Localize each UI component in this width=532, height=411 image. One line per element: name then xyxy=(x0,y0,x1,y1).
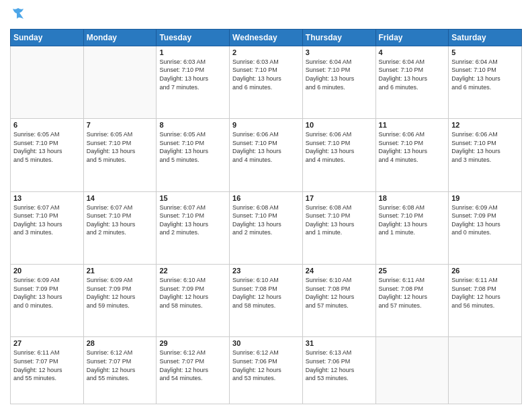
day-number: 18 xyxy=(379,194,446,202)
day-info: Sunrise: 6:11 AMSunset: 7:07 PMDaylight:… xyxy=(13,349,81,382)
day-info: Sunrise: 6:09 AMSunset: 7:09 PMDaylight:… xyxy=(451,203,519,237)
day-info: Sunrise: 6:11 AMSunset: 7:08 PMDaylight:… xyxy=(451,276,519,310)
calendar-cell xyxy=(11,46,84,118)
calendar-cell: 20Sunrise: 6:09 AMSunset: 7:09 PMDayligh… xyxy=(11,265,84,337)
calendar-cell: 4Sunrise: 6:04 AMSunset: 7:10 PMDaylight… xyxy=(375,46,449,118)
calendar-cell: 28Sunrise: 6:12 AMSunset: 7:07 PMDayligh… xyxy=(83,337,157,404)
calendar-cell: 31Sunrise: 6:13 AMSunset: 7:06 PMDayligh… xyxy=(302,337,375,404)
calendar-cell: 18Sunrise: 6:08 AMSunset: 7:10 PMDayligh… xyxy=(375,191,449,264)
day-info: Sunrise: 6:03 AMSunset: 7:10 PMDaylight:… xyxy=(232,58,300,91)
day-number: 14 xyxy=(87,194,154,202)
day-header-tuesday: Tuesday xyxy=(157,29,230,46)
day-number: 2 xyxy=(232,48,300,56)
day-number: 15 xyxy=(159,194,226,202)
calendar-cell: 13Sunrise: 6:07 AMSunset: 7:10 PMDayligh… xyxy=(11,191,84,264)
day-info: Sunrise: 6:04 AMSunset: 7:10 PMDaylight:… xyxy=(451,58,519,91)
calendar-cell: 27Sunrise: 6:11 AMSunset: 7:07 PMDayligh… xyxy=(11,337,84,404)
day-info: Sunrise: 6:08 AMSunset: 7:10 PMDaylight:… xyxy=(306,203,373,237)
day-number: 22 xyxy=(159,267,226,275)
calendar-cell: 11Sunrise: 6:06 AMSunset: 7:10 PMDayligh… xyxy=(375,119,449,191)
day-number: 19 xyxy=(451,194,519,202)
day-header-monday: Monday xyxy=(83,29,157,46)
day-number: 25 xyxy=(379,267,446,275)
calendar-cell: 19Sunrise: 6:09 AMSunset: 7:09 PMDayligh… xyxy=(449,191,522,264)
logo xyxy=(10,7,25,24)
day-info: Sunrise: 6:10 AMSunset: 7:08 PMDaylight:… xyxy=(232,276,300,310)
day-info: Sunrise: 6:05 AMSunset: 7:10 PMDaylight:… xyxy=(159,130,226,164)
day-number: 29 xyxy=(159,339,226,347)
day-number: 21 xyxy=(87,267,154,275)
day-header-sunday: Sunday xyxy=(11,29,84,46)
day-info: Sunrise: 6:06 AMSunset: 7:10 PMDaylight:… xyxy=(451,130,519,164)
calendar-cell: 2Sunrise: 6:03 AMSunset: 7:10 PMDaylight… xyxy=(230,46,303,118)
day-number: 16 xyxy=(232,194,300,202)
day-info: Sunrise: 6:12 AMSunset: 7:07 PMDaylight:… xyxy=(87,349,154,382)
day-info: Sunrise: 6:09 AMSunset: 7:09 PMDaylight:… xyxy=(13,276,81,310)
calendar-cell: 7Sunrise: 6:05 AMSunset: 7:10 PMDaylight… xyxy=(83,119,157,191)
calendar-cell: 14Sunrise: 6:07 AMSunset: 7:10 PMDayligh… xyxy=(83,191,157,264)
day-number: 8 xyxy=(159,121,226,129)
day-number: 17 xyxy=(306,194,373,202)
day-number: 1 xyxy=(159,48,226,56)
day-info: Sunrise: 6:07 AMSunset: 7:10 PMDaylight:… xyxy=(13,203,81,237)
calendar-cell: 15Sunrise: 6:07 AMSunset: 7:10 PMDayligh… xyxy=(157,191,230,264)
calendar-cell: 5Sunrise: 6:04 AMSunset: 7:10 PMDaylight… xyxy=(449,46,522,118)
day-header-thursday: Thursday xyxy=(302,29,375,46)
day-info: Sunrise: 6:03 AMSunset: 7:10 PMDaylight:… xyxy=(159,58,226,91)
day-info: Sunrise: 6:12 AMSunset: 7:06 PMDaylight:… xyxy=(232,349,300,382)
day-info: Sunrise: 6:06 AMSunset: 7:10 PMDaylight:… xyxy=(232,130,300,164)
calendar-cell: 1Sunrise: 6:03 AMSunset: 7:10 PMDaylight… xyxy=(157,46,230,118)
calendar-table: SundayMondayTuesdayWednesdayThursdayFrid… xyxy=(10,29,522,404)
day-number: 6 xyxy=(13,121,81,129)
day-number: 30 xyxy=(232,339,300,347)
day-number: 28 xyxy=(87,339,154,347)
calendar-cell: 10Sunrise: 6:06 AMSunset: 7:10 PMDayligh… xyxy=(302,119,375,191)
day-info: Sunrise: 6:06 AMSunset: 7:10 PMDaylight:… xyxy=(306,130,373,164)
calendar-cell: 6Sunrise: 6:05 AMSunset: 7:10 PMDaylight… xyxy=(11,119,84,191)
calendar-cell xyxy=(83,46,157,118)
logo-bird-icon xyxy=(11,7,25,20)
day-number: 31 xyxy=(306,339,373,347)
calendar-cell: 30Sunrise: 6:12 AMSunset: 7:06 PMDayligh… xyxy=(230,337,303,404)
calendar-cell: 16Sunrise: 6:08 AMSunset: 7:10 PMDayligh… xyxy=(230,191,303,264)
day-info: Sunrise: 6:08 AMSunset: 7:10 PMDaylight:… xyxy=(379,203,446,237)
day-info: Sunrise: 6:12 AMSunset: 7:07 PMDaylight:… xyxy=(159,349,226,382)
day-info: Sunrise: 6:05 AMSunset: 7:10 PMDaylight:… xyxy=(13,130,81,164)
logo-text xyxy=(10,7,25,24)
day-number: 24 xyxy=(306,267,373,275)
calendar-cell: 22Sunrise: 6:10 AMSunset: 7:09 PMDayligh… xyxy=(157,265,230,337)
calendar-cell: 12Sunrise: 6:06 AMSunset: 7:10 PMDayligh… xyxy=(449,119,522,191)
calendar-cell: 29Sunrise: 6:12 AMSunset: 7:07 PMDayligh… xyxy=(157,337,230,404)
header xyxy=(10,7,522,24)
calendar-cell: 23Sunrise: 6:10 AMSunset: 7:08 PMDayligh… xyxy=(230,265,303,337)
day-header-saturday: Saturday xyxy=(449,29,522,46)
day-info: Sunrise: 6:04 AMSunset: 7:10 PMDaylight:… xyxy=(306,58,373,91)
day-number: 7 xyxy=(87,121,154,129)
day-info: Sunrise: 6:06 AMSunset: 7:10 PMDaylight:… xyxy=(379,130,446,164)
day-info: Sunrise: 6:08 AMSunset: 7:10 PMDaylight:… xyxy=(232,203,300,237)
calendar-cell: 21Sunrise: 6:09 AMSunset: 7:09 PMDayligh… xyxy=(83,265,157,337)
calendar-cell: 17Sunrise: 6:08 AMSunset: 7:10 PMDayligh… xyxy=(302,191,375,264)
calendar-cell: 24Sunrise: 6:10 AMSunset: 7:08 PMDayligh… xyxy=(302,265,375,337)
day-header-friday: Friday xyxy=(375,29,449,46)
day-info: Sunrise: 6:07 AMSunset: 7:10 PMDaylight:… xyxy=(87,203,154,237)
day-number: 4 xyxy=(379,48,446,56)
day-info: Sunrise: 6:10 AMSunset: 7:08 PMDaylight:… xyxy=(306,276,373,310)
calendar-cell xyxy=(449,337,522,404)
day-number: 26 xyxy=(451,267,519,275)
day-number: 10 xyxy=(306,121,373,129)
calendar-cell: 25Sunrise: 6:11 AMSunset: 7:08 PMDayligh… xyxy=(375,265,449,337)
calendar-cell: 8Sunrise: 6:05 AMSunset: 7:10 PMDaylight… xyxy=(157,119,230,191)
day-info: Sunrise: 6:13 AMSunset: 7:06 PMDaylight:… xyxy=(306,349,373,382)
day-info: Sunrise: 6:04 AMSunset: 7:10 PMDaylight:… xyxy=(379,58,446,91)
day-info: Sunrise: 6:11 AMSunset: 7:08 PMDaylight:… xyxy=(379,276,446,310)
calendar-cell: 26Sunrise: 6:11 AMSunset: 7:08 PMDayligh… xyxy=(449,265,522,337)
calendar-cell: 3Sunrise: 6:04 AMSunset: 7:10 PMDaylight… xyxy=(302,46,375,118)
day-number: 11 xyxy=(379,121,446,129)
day-info: Sunrise: 6:09 AMSunset: 7:09 PMDaylight:… xyxy=(87,276,154,310)
day-number: 27 xyxy=(13,339,81,347)
day-number: 12 xyxy=(451,121,519,129)
day-info: Sunrise: 6:10 AMSunset: 7:09 PMDaylight:… xyxy=(159,276,226,310)
day-info: Sunrise: 6:07 AMSunset: 7:10 PMDaylight:… xyxy=(159,203,226,237)
day-number: 5 xyxy=(451,48,519,56)
